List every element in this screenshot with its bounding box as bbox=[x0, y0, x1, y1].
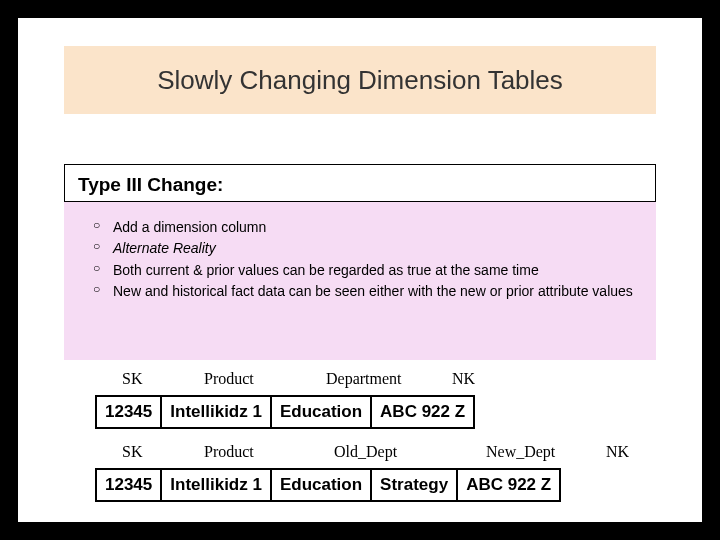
bullets-box: Add a dimension column Alternate Reality… bbox=[64, 202, 656, 360]
col-header: Product bbox=[204, 443, 334, 461]
col-header: Product bbox=[204, 370, 326, 388]
col-header: SK bbox=[122, 370, 204, 388]
bullet-item: Alternate Reality bbox=[93, 238, 637, 258]
cell: Education bbox=[271, 396, 371, 428]
cell: Intellikidz 1 bbox=[161, 469, 271, 501]
col-header: SK bbox=[122, 443, 204, 461]
col-header: NK bbox=[452, 370, 552, 388]
cell: Strategy bbox=[371, 469, 457, 501]
bullet-item: Both current & prior values can be regar… bbox=[93, 260, 637, 280]
table1-headers: SK Product Department NK bbox=[122, 370, 552, 388]
bullet-list: Add a dimension column Alternate Reality… bbox=[93, 217, 637, 301]
table-row: 12345 Intellikidz 1 Education ABC 922 Z bbox=[96, 396, 474, 428]
col-header: Old_Dept bbox=[334, 443, 486, 461]
cell: Intellikidz 1 bbox=[161, 396, 271, 428]
cell: 12345 bbox=[96, 469, 161, 501]
bullet-item: New and historical fact data can be seen… bbox=[93, 281, 637, 301]
table-row: 12345 Intellikidz 1 Education Strategy A… bbox=[96, 469, 560, 501]
title-bar: Slowly Changing Dimension Tables bbox=[64, 46, 656, 114]
table2-headers: SK Product Old_Dept New_Dept NK bbox=[122, 443, 686, 461]
table1: 12345 Intellikidz 1 Education ABC 922 Z bbox=[95, 395, 475, 429]
col-header: NK bbox=[606, 443, 686, 461]
cell: ABC 922 Z bbox=[371, 396, 474, 428]
table2: 12345 Intellikidz 1 Education Strategy A… bbox=[95, 468, 561, 502]
cell: ABC 922 Z bbox=[457, 469, 560, 501]
cell: Education bbox=[271, 469, 371, 501]
cell: 12345 bbox=[96, 396, 161, 428]
section-heading: Type III Change: bbox=[78, 174, 223, 196]
col-header: Department bbox=[326, 370, 452, 388]
col-header: New_Dept bbox=[486, 443, 606, 461]
slide: Slowly Changing Dimension Tables Type II… bbox=[18, 18, 702, 522]
slide-title: Slowly Changing Dimension Tables bbox=[157, 65, 563, 96]
bullet-item: Add a dimension column bbox=[93, 217, 637, 237]
